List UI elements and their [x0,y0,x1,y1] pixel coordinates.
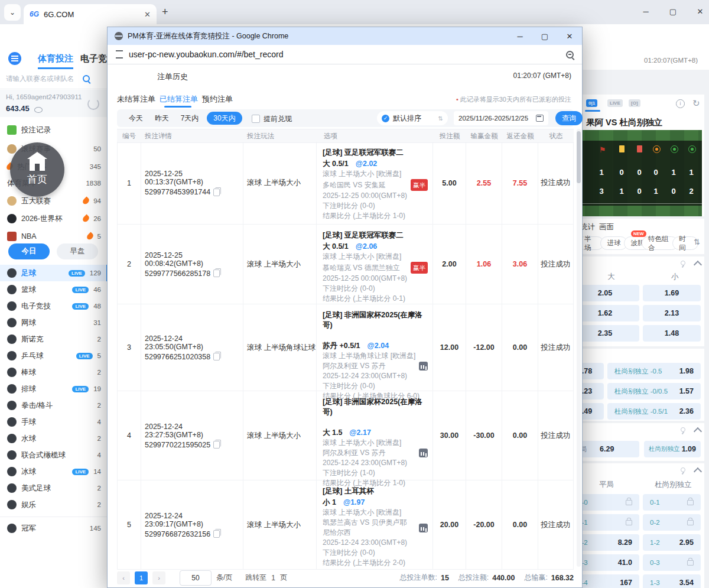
tab-live-view[interactable]: LIVE [607,99,623,107]
filter-30days[interactable]: 30天内 [207,112,242,125]
sidebar-item-worldcup[interactable]: 2026-世界杯 26 [0,210,108,227]
popup-close-button[interactable]: ✕ [557,32,582,41]
sort-select[interactable]: ✓ 默认排序 ⇅ [377,111,448,125]
odds-button[interactable]: 杜尚别独立 -0/0.51.57 [607,383,701,399]
next-page-button[interactable]: › [152,571,165,584]
window-maximize-button[interactable]: ▢ [661,4,685,20]
search-button[interactable]: 查询 [555,111,583,125]
window-close-button[interactable]: ✕ [688,4,709,20]
refresh-spinner-icon[interactable] [87,98,99,110]
search-input[interactable]: 请输入联赛名或球队名 [6,74,74,83]
tab-score-view[interactable]: 0|1 [586,99,597,107]
microphone-icon [7,500,17,509]
sidebar-sport-tennis[interactable]: 网球 31 [0,314,108,331]
site-logo-icon[interactable] [8,52,21,65]
sidebar-sport-baseball[interactable]: 棒球 2 [0,364,108,381]
sidebar-sport-basketball[interactable]: 篮球 LIVE 46 [0,281,108,298]
sidebar-sport-snooker[interactable]: 斯诺克 2 [0,331,108,347]
stat-value: 1 [668,168,679,177]
tab-screen[interactable]: 画面 [599,222,614,232]
pin-icon[interactable] [679,427,687,434]
sidebar-item-bet-records[interactable]: 投注记录 [0,122,108,138]
search-bar[interactable]: 请输入联赛名或球队名 [0,70,108,89]
filter-today[interactable]: 今天 [125,112,147,125]
date-range-picker[interactable]: 2025/11/26-2025/12/25 [454,111,548,125]
sidebar-sport-tabletennis[interactable]: 乒乓球 LIVE 5 [0,347,108,364]
search-icon[interactable] [83,75,90,82]
odds-button[interactable]: 杜尚别独立 -0.5/12.36 [607,403,701,420]
tab-close-icon[interactable]: ✕ [144,10,151,19]
odds-button[interactable]: 1.69 [643,285,701,301]
sidebar-sport-outright[interactable]: 冠军 145 [0,520,108,537]
popup-address-bar[interactable]: user-pc-new.youbaokun.com/#/bet_record [108,45,582,64]
jump-page-value[interactable]: 1 [271,574,275,582]
odds-button[interactable]: 1.48 [643,325,701,342]
tab-reserved[interactable]: 预约注单 [202,94,233,105]
nav-sports[interactable]: 体育投注 [38,53,73,69]
popup-maximize-button[interactable]: ▢ [532,32,557,41]
copy-icon[interactable] [213,189,220,196]
sidebar-sport-football[interactable]: 足球 LIVE 129 [0,265,108,281]
prev-page-button[interactable]: ‹ [117,571,130,584]
cashout-checkbox[interactable] [252,115,260,123]
sidebar-sport-entertainment[interactable]: 娱乐 2 [0,496,108,513]
tab-pitch-view[interactable]: [O] [629,99,640,107]
corner-stat-icon [419,362,428,371]
filter-yesterday[interactable]: 昨天 [151,112,173,125]
score-odds-button: 0-2 [643,514,701,531]
window-minimize-button[interactable]: ─ [634,4,658,20]
tab-search-button[interactable]: ⌄ [4,4,21,21]
per-page-input[interactable]: 50 [180,570,212,586]
tab-early[interactable]: 早盘 [57,243,98,259]
popup-titlebar[interactable]: PM体育-亚洲在线体育竞猜投注 - Google Chrome ─ ▢ ✕ [108,27,582,45]
waterpolo-icon [7,434,17,443]
bet-row: 4 2025-12-24 23:27:53(GMT+8) 52997702215… [117,391,574,480]
page-title: 注单历史 [157,72,188,82]
pin-icon[interactable] [679,260,687,267]
stat-value: 1 [685,168,697,177]
copy-icon[interactable] [213,530,220,538]
odds-button[interactable]: 杜尚别独立 -0.51.98 [607,363,701,379]
sidebar-sport-volleyball[interactable]: 排球 LIVE 19 [0,381,108,397]
sidebar-sport-handball[interactable]: 手球 4 [0,414,108,430]
score-odds-button[interactable]: 1-22.95 [643,534,701,551]
sidebar-sport-waterpolo[interactable]: 水球 2 [0,430,108,447]
odds-button[interactable]: 2.13 [643,305,701,321]
sidebar-sport-rugby[interactable]: 联合式橄榄球 4 [0,447,108,463]
scrollbar-thumb[interactable] [577,131,581,183]
sidebar-sport-icehockey[interactable]: 冰球 LIVE 14 [0,463,108,480]
basketball-icon [7,285,17,294]
page-number[interactable]: 1 [135,571,148,584]
filter-7days[interactable]: 7天内 [177,112,202,125]
tab-today[interactable]: 今日 [8,243,50,259]
tab-unsettled[interactable]: 未结算注单 [117,94,155,105]
home-fab-button[interactable]: 首页 [10,142,64,197]
score-odds-button[interactable]: 1-33.54 [643,574,701,588]
sort-icon[interactable]: ⇅ [694,238,700,246]
rugby-icon [7,450,17,460]
red-card-icon [637,145,642,152]
eye-icon[interactable] [34,107,43,113]
sidebar-item-top-leagues[interactable]: 五大联赛 94 [0,193,108,209]
sidebar-sport-amfootball[interactable]: 美式足球 2 [0,480,108,496]
copy-icon[interactable] [213,353,220,360]
refresh-icon[interactable]: ↻ [692,98,700,109]
sidebar-sport-esports[interactable]: 电子竞技 LIVE 48 [0,298,108,314]
popup-minimize-button[interactable]: ─ [508,32,532,41]
sidebar-sport-boxing[interactable]: 拳击/格斗 2 [0,397,108,414]
stat-value: 0 [616,168,627,177]
pin-icon[interactable] [679,467,687,474]
tab-settled[interactable]: 已结算注单 [160,94,198,105]
copy-icon[interactable] [213,441,220,449]
odds-button[interactable]: 杜尚别独立1.09 [644,441,701,457]
new-tab-button[interactable]: + [162,6,168,18]
flame-icon [82,215,90,223]
browser-tab[interactable]: 6G 6G.COM ✕ [24,4,157,24]
popup-scrollbar[interactable] [577,129,581,567]
copy-icon[interactable] [213,269,220,277]
tabletennis-icon [7,351,17,360]
popup-url: user-pc-new.youbaokun.com/#/bet_record [129,50,560,59]
tab-underline [585,110,600,112]
zoom-out-icon[interactable] [566,51,574,59]
info-icon[interactable]: i [676,99,685,108]
